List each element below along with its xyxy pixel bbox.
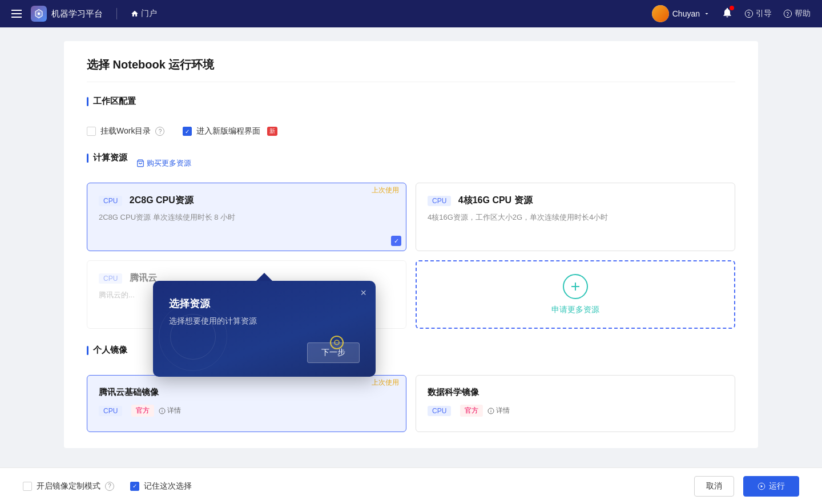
mount-work-item: 挂载Work目录 ? [87, 126, 164, 136]
home-icon [131, 10, 139, 18]
new-editor-label: 进入新版编程界面 [196, 126, 260, 136]
footer-left: 开启镜像定制模式 ? 记住这次选择 [23, 481, 192, 491]
mirror-card-tencent-base[interactable]: 上次使用 腾讯云基础镜像 CPU 官方 详情 [87, 375, 406, 432]
footer-bar: 开启镜像定制模式 ? 记住这次选择 取消 运行 [0, 467, 822, 504]
resource-card-apply-more[interactable]: 申请更多资源 [416, 260, 735, 329]
svg-point-3 [749, 15, 750, 16]
resource-card-4c16g[interactable]: CPU 4核16G CPU 资源 4核16G资源，工作区大小2G，单次连续使用时… [416, 183, 735, 251]
custom-mode-label: 开启镜像定制模式 [37, 481, 100, 491]
logo: 机器学习平台 [31, 6, 103, 22]
svg-point-4 [784, 10, 791, 17]
mirror-tags: CPU 官方 详情 [428, 405, 723, 417]
logo-text: 机器学习平台 [51, 9, 103, 19]
cpu-badge: CPU [99, 273, 122, 284]
guide-action[interactable]: 引导 [744, 9, 772, 19]
notification-dot [730, 6, 734, 10]
menu-icon[interactable] [11, 10, 22, 18]
tooltip-popup: × 选择资源 选择想要使用的计算资源 下一步 [153, 281, 376, 377]
custom-mode-checkbox[interactable] [23, 482, 32, 491]
run-button[interactable]: 运行 [743, 476, 799, 497]
svg-point-5 [788, 15, 788, 16]
notification-bell[interactable] [722, 7, 733, 21]
cpu-badge: CPU [428, 196, 451, 206]
config-row: 挂载Work目录 ? 进入新版编程界面 新 [87, 126, 735, 136]
mount-checkbox[interactable] [87, 127, 96, 136]
selected-check [391, 236, 401, 246]
custom-mode-help-icon[interactable]: ? [105, 482, 114, 491]
tooltip-indicator [330, 336, 344, 349]
remember-label: 记住这次选择 [144, 481, 192, 491]
compute-section-header: 计算资源 购买更多资源 [87, 152, 735, 174]
resource-name: 腾讯云 [130, 273, 157, 283]
resource-name: 4核16G CPU 资源 [458, 195, 533, 205]
mirror-title: 数据科学镜像 [428, 387, 723, 398]
run-icon [757, 482, 765, 490]
workspace-section-title: 工作区配置 [87, 96, 136, 107]
cancel-button[interactable]: 取消 [694, 476, 734, 497]
avatar [652, 5, 669, 22]
mirror-official-badge: 官方 [131, 405, 154, 417]
mount-label: 挂载Work目录 [100, 126, 151, 136]
username: Chuyan [672, 9, 700, 18]
mirror-grid: 上次使用 腾讯云基础镜像 CPU 官方 详情 [87, 375, 735, 432]
help-action[interactable]: 帮助 [783, 9, 811, 19]
mirror-detail-link[interactable]: 详情 [487, 406, 510, 416]
resource-card-2c8g[interactable]: 上次使用 CPU 2C8G CPU资源 2C8G CPU资源 单次连续使用时长 … [87, 183, 406, 251]
workspace-section-header: 工作区配置 [87, 96, 735, 117]
page-title: 选择 Notebook 运行环境 [87, 57, 735, 82]
tooltip-indicator-inner [334, 340, 340, 345]
content-area: 选择 Notebook 运行环境 工作区配置 挂载Work目录 ? 进入新版编程… [64, 41, 758, 448]
mirror-card-data-science[interactable]: 数据科学镜像 CPU 官方 详情 [416, 375, 735, 432]
resource-desc: 4核16G资源，工作区大小2G，单次连续使用时长4小时 [428, 212, 723, 223]
remember-checkbox[interactable] [130, 482, 139, 491]
svg-point-1 [745, 10, 752, 17]
resource-desc: 2C8G CPU资源 单次连续使用时长 8 小时 [99, 212, 394, 223]
help-icon [783, 9, 792, 18]
compute-section-title: 计算资源 [87, 152, 127, 163]
tooltip-close-button[interactable]: × [360, 288, 366, 298]
user-avatar-wrap[interactable]: Chuyan [652, 5, 710, 22]
new-badge: 新 [267, 127, 277, 136]
logo-icon [31, 6, 47, 22]
tooltip-arrow [256, 273, 272, 281]
info-icon [159, 408, 166, 414]
plus-icon [569, 280, 582, 293]
header-left: 机器学习平台 门户 [11, 6, 157, 22]
svg-marker-15 [761, 485, 763, 487]
last-used-tag: 上次使用 [365, 183, 406, 197]
info-icon [487, 408, 494, 414]
resource-name: 2C8G CPU资源 [130, 195, 194, 205]
svg-point-0 [38, 13, 41, 15]
app-header: 机器学习平台 门户 Chuyan [0, 0, 822, 27]
mirror-last-used: 上次使用 [365, 376, 406, 390]
main-content: 选择 Notebook 运行环境 工作区配置 挂载Work目录 ? 进入新版编程… [0, 27, 822, 504]
guide-icon [744, 9, 754, 18]
mirror-cpu-badge: CPU [428, 406, 451, 416]
cpu-badge: CPU [99, 196, 122, 206]
chevron-down-icon [703, 10, 710, 17]
add-resource-icon [563, 274, 588, 299]
mirror-official-badge: 官方 [460, 405, 483, 417]
workspace-config: 工作区配置 挂载Work目录 ? 进入新版编程界面 新 [87, 96, 735, 136]
mount-help-icon[interactable]: ? [155, 127, 164, 136]
apply-more-text: 申请更多资源 [551, 305, 599, 315]
nav-home[interactable]: 门户 [131, 9, 157, 19]
mirror-section-title: 个人镜像 [87, 345, 127, 356]
buy-more-link[interactable]: 购买更多资源 [136, 158, 191, 168]
new-editor-checkbox[interactable] [183, 127, 192, 136]
mirror-detail-link[interactable]: 详情 [159, 406, 181, 416]
mirror-cpu-badge: CPU [99, 406, 122, 416]
header-divider [116, 8, 117, 19]
header-right: Chuyan 引导 帮助 [652, 5, 811, 22]
cart-icon [136, 159, 144, 167]
resource-card-header: CPU 4核16G CPU 资源 [428, 195, 723, 207]
mirror-title: 腾讯云基础镜像 [99, 387, 394, 398]
resource-card-header: CPU 2C8G CPU资源 [99, 195, 394, 207]
mirror-tags: CPU 官方 详情 [99, 405, 394, 417]
new-editor-item: 进入新版编程界面 新 [183, 126, 277, 136]
